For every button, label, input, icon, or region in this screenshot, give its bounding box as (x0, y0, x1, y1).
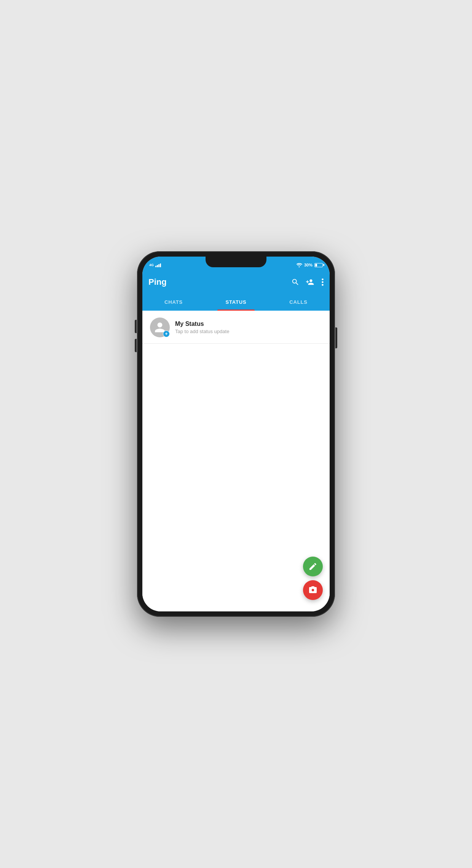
my-status-item[interactable]: + My Status Tap to add status update (142, 311, 330, 344)
add-contact-icon (306, 278, 316, 286)
signal-bar-4 (160, 263, 161, 267)
tab-status[interactable]: STATUS (205, 293, 267, 311)
more-options-button[interactable] (322, 278, 324, 286)
search-button[interactable] (291, 278, 300, 286)
svg-point-2 (322, 284, 324, 286)
phone-frame: 4G 7:41 30% (137, 251, 335, 617)
fab-container (303, 557, 323, 600)
edit-status-fab[interactable] (303, 557, 323, 576)
pencil-icon (308, 562, 317, 571)
signal-icon (155, 263, 161, 267)
content-area: + My Status Tap to add status update (142, 311, 330, 611)
status-left: 4G (149, 263, 161, 267)
add-status-badge: + (163, 330, 170, 337)
battery-fill (315, 264, 317, 266)
notch (206, 257, 266, 267)
phone-screen: 4G 7:41 30% (142, 257, 330, 611)
status-right: 30% (296, 263, 323, 267)
avatar-container: + (150, 318, 170, 337)
my-status-title: My Status (175, 321, 322, 327)
search-icon (291, 278, 300, 286)
app-title: Ping (148, 277, 291, 287)
add-photo-status-fab[interactable] (303, 580, 323, 600)
header-icons (291, 278, 324, 286)
wifi-icon (296, 263, 302, 267)
volume-down-button (135, 339, 137, 352)
battery-percent: 30% (304, 263, 313, 267)
signal-bar-1 (155, 266, 156, 267)
app-header: Ping (142, 271, 330, 293)
add-contact-button[interactable] (306, 278, 316, 286)
svg-point-0 (322, 278, 324, 280)
lte-label: 4G (149, 263, 154, 267)
svg-point-1 (322, 281, 324, 283)
tab-bar: CHATS STATUS CALLS (142, 293, 330, 311)
my-status-subtitle: Tap to add status update (175, 329, 322, 334)
tab-chats[interactable]: CHATS (142, 293, 205, 311)
signal-bar-2 (157, 265, 158, 267)
signal-bar-3 (158, 264, 159, 267)
tab-calls[interactable]: CALLS (267, 293, 330, 311)
power-button (335, 327, 337, 348)
battery-icon (314, 263, 323, 267)
camera-icon (308, 586, 317, 595)
more-options-icon (322, 278, 324, 286)
volume-up-button (135, 320, 137, 333)
status-text-block: My Status Tap to add status update (175, 321, 322, 334)
